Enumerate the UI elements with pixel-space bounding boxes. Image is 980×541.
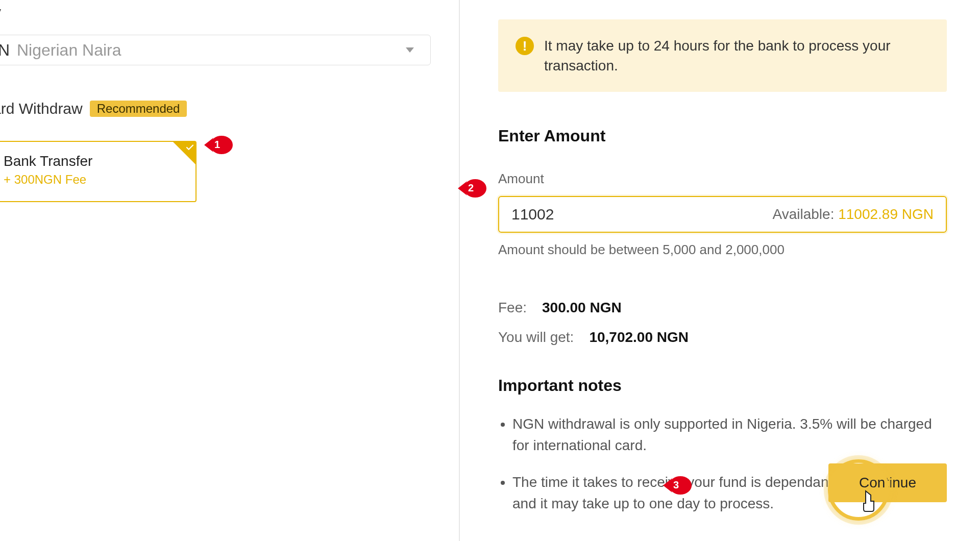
- youget-label: You will get:: [498, 329, 574, 346]
- continue-button[interactable]: Continue: [828, 463, 947, 502]
- currency-label: y: [0, 4, 454, 20]
- method-card-bank-transfer[interactable]: Bank Transfer + 300NGN Fee: [0, 141, 197, 202]
- card-withdraw-label: ard Withdraw: [0, 100, 83, 117]
- processing-time-alert: ! It may take up to 24 hours for the ban…: [498, 19, 947, 92]
- svg-point-2: [669, 476, 692, 495]
- currency-select[interactable]: GN Nigerian Naira: [0, 35, 431, 65]
- alert-icon: !: [516, 37, 534, 55]
- amount-input-box[interactable]: Available: 11002.89 NGN: [498, 196, 947, 233]
- enter-amount-heading: Enter Amount: [498, 127, 947, 145]
- annotation-marker-2: 2: [458, 178, 488, 199]
- amount-hint: Amount should be between 5,000 and 2,000…: [498, 242, 947, 258]
- method-fee: + 300NGN Fee: [4, 173, 185, 187]
- card-withdraw-row: ard Withdraw Recommended: [0, 100, 454, 117]
- svg-point-1: [464, 179, 486, 198]
- important-notes-heading: Important notes: [498, 376, 947, 395]
- youget-value: 10,702.00 NGN: [589, 329, 689, 346]
- amount-input[interactable]: [511, 206, 665, 223]
- alert-text: It may take up to 24 hours for the bank …: [544, 36, 929, 76]
- available-balance: Available: 11002.89 NGN: [773, 206, 934, 223]
- annotation-marker-1: 1: [204, 135, 235, 155]
- note-item: NGN withdrawal is only supported in Nige…: [512, 413, 947, 456]
- fee-label: Fee:: [498, 300, 527, 316]
- fee-value: 300.00 NGN: [542, 300, 622, 316]
- svg-point-0: [210, 136, 233, 154]
- annotation-marker-3: 3: [663, 475, 694, 496]
- method-name: Bank Transfer: [4, 153, 185, 169]
- chevron-down-icon: [406, 47, 414, 53]
- amount-label: Amount: [498, 171, 947, 187]
- fee-row: Fee: 300.00 NGN: [498, 300, 947, 316]
- selected-corner: [173, 142, 195, 164]
- check-icon: [185, 143, 194, 152]
- recommended-badge: Recommended: [90, 101, 187, 117]
- currency-code: GN: [0, 41, 10, 60]
- you-will-get-row: You will get: 10,702.00 NGN: [498, 329, 947, 346]
- currency-name: Nigerian Naira: [17, 41, 121, 60]
